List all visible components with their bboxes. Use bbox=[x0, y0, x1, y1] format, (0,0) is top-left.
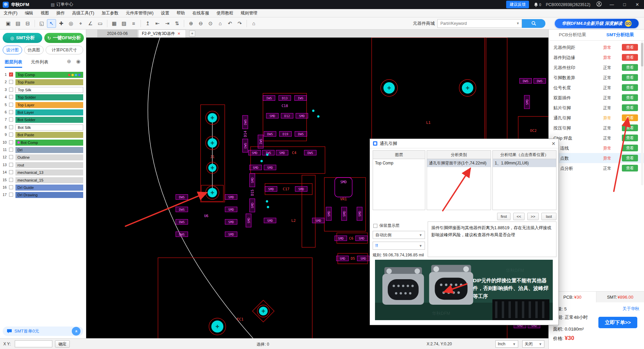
save-icon[interactable]: ▣ bbox=[4, 19, 13, 28]
menu-item-2[interactable]: 视图 bbox=[37, 10, 53, 16]
image-icon[interactable]: ▨ bbox=[119, 19, 128, 28]
layer-row-bot-silk[interactable]: 8Bot Silk bbox=[0, 124, 86, 131]
view-button[interactable]: 查看 bbox=[622, 44, 638, 51]
xy-coordinate-input[interactable] bbox=[15, 340, 52, 347]
table-cell[interactable]: 通孔引脚背面干涉(1个,74.22mil) bbox=[427, 159, 491, 167]
parts-search-input[interactable] bbox=[438, 21, 516, 26]
collapse-panel-button[interactable]: » bbox=[72, 327, 80, 336]
layer-color-bar[interactable]: Top Silk bbox=[15, 87, 83, 93]
layer-color-bar[interactable]: Drl bbox=[15, 147, 83, 153]
analysis-row-9[interactable]: Chip 焊盘正常查看 bbox=[549, 133, 644, 143]
layer-row-drl-guide[interactable]: 16Drl Guide bbox=[0, 184, 86, 191]
align-right-icon[interactable]: ⇥ bbox=[163, 19, 172, 28]
marker-style-select[interactable]: !!▼ bbox=[373, 242, 425, 250]
keep-display-layer-checkbox[interactable]: 保留显示层 bbox=[373, 223, 399, 229]
view-button[interactable]: 查看 bbox=[622, 104, 638, 111]
layer-color-bar[interactable]: Bot Layer bbox=[15, 109, 83, 115]
layer-color-bar[interactable]: Drl Guide bbox=[15, 185, 83, 191]
add-layer-icon[interactable]: ⊕ bbox=[67, 58, 71, 64]
analysis-row-3[interactable]: 引脚数差异正常查看 bbox=[549, 72, 644, 83]
analysis-row-4[interactable]: 位号长度正常查看 bbox=[549, 83, 644, 93]
menu-item-3[interactable]: 操作 bbox=[53, 10, 68, 16]
layer-row-bot-paste[interactable]: 9Bot Paste bbox=[0, 131, 86, 139]
dialog-close-icon[interactable]: ✕ bbox=[551, 141, 555, 146]
analysis-row-2[interactable]: 元器件丝印正常查看 bbox=[549, 62, 644, 72]
layer-color-bar[interactable]: Bot Silk bbox=[15, 124, 83, 131]
maximize-button[interactable]: □ bbox=[621, 2, 629, 7]
analysis-row-11[interactable]: 点数异常查看 bbox=[549, 153, 644, 163]
document-tab-active[interactable]: F2-P_V2有3D器件 ✕ bbox=[138, 30, 186, 38]
zoom-in-icon[interactable]: ⊕ bbox=[186, 19, 196, 28]
dialog-title-bar[interactable]: 通孔引脚 ✕ bbox=[370, 139, 558, 148]
close-button[interactable]: ✕ bbox=[633, 2, 641, 7]
feedback-button[interactable]: 建议反馈 bbox=[506, 1, 529, 8]
redo-icon[interactable]: ↷ bbox=[235, 19, 244, 28]
layer-row-rout[interactable]: 13rout bbox=[0, 161, 86, 169]
tab-component-list[interactable]: 元件列表 bbox=[31, 59, 48, 67]
zoom-fit-icon[interactable]: ⊙ bbox=[206, 19, 215, 28]
layer-color-bar[interactable]: Top Comp bbox=[15, 72, 83, 78]
toggle-visibility-icon[interactable]: ◉ bbox=[76, 58, 80, 64]
chevron-down-icon[interactable]: ▼ bbox=[516, 21, 522, 25]
place-order-button[interactable]: 立即下单>> bbox=[598, 317, 637, 328]
layer-visibility-checkbox[interactable] bbox=[9, 193, 13, 197]
layer-color-bar[interactable]: mechanical_15 bbox=[15, 177, 83, 183]
grid-icon[interactable]: ▦ bbox=[110, 19, 119, 28]
layer-color-bar[interactable]: Outline bbox=[15, 154, 83, 160]
scrollbar-thumb[interactable] bbox=[641, 43, 643, 66]
menu-item-5[interactable]: 加工参数 bbox=[98, 10, 122, 16]
scrollbar[interactable] bbox=[641, 41, 643, 185]
view-button[interactable]: 查看 bbox=[622, 124, 638, 131]
ruler-icon[interactable]: ▭ bbox=[96, 19, 105, 28]
promo-go-badge[interactable]: GO bbox=[625, 20, 632, 27]
layer-row-top-paste[interactable]: 2Top Paste bbox=[0, 79, 86, 86]
pager-button-last[interactable]: last bbox=[541, 213, 556, 220]
layer-visibility-checkbox[interactable] bbox=[9, 133, 13, 137]
zoom-out-icon[interactable]: ⊖ bbox=[196, 19, 205, 28]
layer-color-bar[interactable]: Drl Drawing bbox=[15, 192, 83, 198]
analysis-row-1[interactable]: 器件到边缘异常查看 bbox=[549, 52, 644, 62]
menu-item-0[interactable]: 文件(F) bbox=[0, 10, 21, 16]
confirm-button[interactable]: 确定 bbox=[55, 340, 70, 348]
board-home-icon[interactable]: ⌂ bbox=[249, 19, 258, 28]
layer-row-top-comp[interactable]: 1✓Top Comp bbox=[0, 71, 86, 79]
layer-visibility-checkbox[interactable] bbox=[9, 148, 13, 152]
layer-color-bar[interactable]: Top Paste bbox=[15, 79, 83, 85]
pan-icon[interactable]: ✚ bbox=[57, 19, 66, 28]
layer-visibility-checkbox[interactable] bbox=[9, 110, 13, 114]
menu-item-4[interactable]: 高级工具(T) bbox=[68, 10, 98, 16]
mode-select[interactable]: 关闭▼ bbox=[522, 340, 544, 348]
layer-visibility-checkbox[interactable] bbox=[9, 88, 13, 92]
view-button[interactable]: 查看 bbox=[622, 165, 638, 171]
table-cell[interactable]: 1、1.89mm(J1,U6) bbox=[493, 159, 556, 167]
order-center-link[interactable]: ▤ 订单中心 bbox=[51, 2, 73, 7]
document-tab-date[interactable]: 2024-03-06 bbox=[97, 30, 138, 38]
analysis-row-5[interactable]: 双面插件正常查看 bbox=[549, 93, 644, 103]
smt-first-order-button[interactable]: SMT首单0元 bbox=[3, 327, 83, 336]
layer-row-drl[interactable]: 11Drl bbox=[0, 146, 86, 154]
search-button[interactable] bbox=[522, 19, 545, 28]
layer-row-top-silk[interactable]: 3Top Silk bbox=[0, 86, 86, 94]
layer-visibility-checkbox[interactable] bbox=[9, 185, 13, 189]
tab-simulation-view[interactable]: 仿真图 bbox=[24, 46, 44, 54]
layer-color-bar[interactable]: Bot Solder bbox=[15, 117, 83, 123]
tab-calc-pcb-size[interactable]: 计算PCB尺寸 bbox=[46, 46, 83, 54]
layer-color-bar[interactable]: rout bbox=[15, 162, 83, 168]
inspect-icon[interactable]: ◎ bbox=[66, 19, 75, 28]
table-cell[interactable]: Top Comp bbox=[373, 159, 425, 167]
layer-visibility-checkbox[interactable] bbox=[9, 170, 13, 174]
align-left-icon[interactable]: ⇤ bbox=[153, 19, 162, 28]
tab-smt-price[interactable]: SMT: ¥896.00 bbox=[596, 292, 644, 302]
layer-row-bot-solder[interactable]: 7Bot Solder bbox=[0, 116, 86, 123]
view-button[interactable]: 查看 bbox=[622, 74, 638, 81]
layer-visibility-checkbox[interactable] bbox=[9, 178, 13, 182]
analysis-row-10[interactable]: 连线异常查看 bbox=[549, 143, 644, 153]
view-button[interactable]: 查看 bbox=[622, 114, 638, 121]
layer-row-bot-layer[interactable]: 6Bot Layer bbox=[0, 109, 86, 116]
close-tab-icon[interactable]: ✕ bbox=[177, 32, 180, 36]
layer-visibility-checkbox[interactable] bbox=[9, 80, 13, 84]
home-icon[interactable]: ⌂ bbox=[216, 19, 225, 28]
analysis-row-8[interactable]: 按压引脚正常查看 bbox=[549, 123, 644, 133]
tab-layer-list[interactable]: 图层列表 bbox=[5, 59, 22, 68]
add-tab-button[interactable]: + bbox=[189, 31, 195, 37]
